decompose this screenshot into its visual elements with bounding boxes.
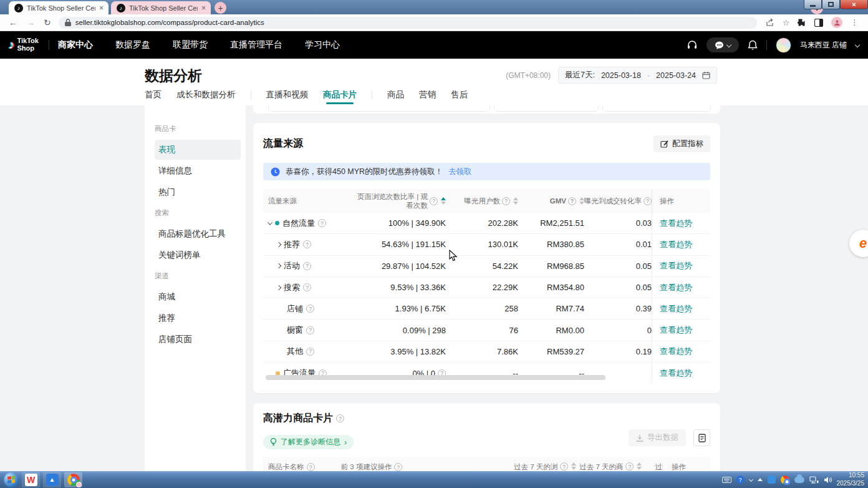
side-panel-icon[interactable]: [814, 19, 823, 27]
forward-icon[interactable]: →: [26, 17, 35, 27]
col-top3-actions: 前 3 项建议操作?: [341, 462, 511, 472]
tab-growth-analytics[interactable]: 成长和数据分析: [176, 89, 236, 106]
sidebar-item-details[interactable]: 详细信息: [155, 161, 241, 181]
diagnosis-link[interactable]: 了解更多诊断信息 ›: [263, 435, 354, 449]
back-icon[interactable]: ←: [9, 17, 17, 27]
export-data-button[interactable]: 导出数据: [629, 429, 686, 446]
date-range-picker[interactable]: 最近7天: 2025-03-18 - 2025-03-24: [558, 67, 717, 84]
expand-icon[interactable]: [276, 242, 281, 247]
taskbar-chrome-button[interactable]: [64, 472, 82, 487]
help-icon[interactable]: ?: [736, 476, 745, 484]
notifications-bell-icon[interactable]: [748, 40, 758, 51]
info-icon[interactable]: ?: [306, 305, 314, 313]
taskbar-app-button[interactable]: ▲: [43, 472, 61, 487]
horizontal-scrollbar[interactable]: [266, 375, 605, 380]
reload-icon[interactable]: ↻: [44, 17, 51, 27]
browser-tab-1[interactable]: ♪ TikTok Shop Seller Center | Cr ×: [9, 1, 109, 14]
shop-avatar[interactable]: [776, 37, 791, 53]
show-hidden-icons[interactable]: [758, 478, 763, 481]
table-row-organic: 自然流量? 100% | 349.90K 202.28K RM2,251.51 …: [263, 213, 710, 234]
view-trend-link[interactable]: 查看趋势: [660, 239, 692, 250]
input-keyboard-icon[interactable]: [722, 477, 731, 483]
info-icon[interactable]: ?: [303, 240, 311, 248]
view-trend-link[interactable]: 查看趋势: [660, 260, 692, 271]
tab-products[interactable]: 商品: [387, 89, 404, 106]
extensions-puzzle-icon[interactable]: [798, 18, 806, 27]
sidebar-item-title-optimizer[interactable]: 商品标题优化工具: [155, 224, 241, 244]
browser-menu-icon[interactable]: ⋮: [851, 18, 858, 27]
tray-chrome-icon[interactable]: [781, 476, 789, 484]
info-icon[interactable]: ?: [560, 462, 568, 471]
info-icon[interactable]: ?: [502, 197, 510, 205]
tray-chevron-icon[interactable]: [748, 477, 753, 482]
nav-data-compass[interactable]: 数据罗盘: [115, 39, 150, 51]
info-icon[interactable]: ?: [307, 463, 315, 471]
view-trend-link[interactable]: 查看趋势: [660, 346, 692, 357]
info-icon[interactable]: ?: [336, 414, 344, 422]
nav-learning-center[interactable]: 学习中心: [305, 39, 340, 51]
tab-product-card[interactable]: 商品卡片: [323, 89, 357, 106]
share-icon[interactable]: [766, 18, 774, 27]
configure-metrics-button[interactable]: 配置指标: [653, 135, 710, 152]
info-icon[interactable]: ?: [394, 463, 402, 471]
claim-coupon-link[interactable]: 去领取: [448, 167, 472, 177]
info-icon[interactable]: ?: [306, 348, 314, 356]
info-icon[interactable]: ?: [625, 462, 634, 471]
col-ratio[interactable]: 页面浏览次数比率 | 观看次数 ?: [347, 192, 446, 210]
nav-seller-center[interactable]: 商家中心: [58, 39, 93, 51]
sidebar-item-keyword-ranking[interactable]: 关键词榜单: [155, 245, 241, 265]
close-window-button[interactable]: ×: [840, 0, 868, 9]
nav-live-manager[interactable]: 直播管理平台: [230, 39, 282, 51]
browser-tab-2[interactable]: ♪ TikTok Shop Seller Center | Cr ×: [111, 1, 211, 14]
sidebar-item-trending[interactable]: 热门: [155, 182, 241, 202]
expand-icon[interactable]: [276, 285, 281, 290]
info-icon[interactable]: ?: [644, 197, 652, 205]
view-trend-link[interactable]: 查看趋势: [660, 303, 692, 315]
info-icon[interactable]: ?: [318, 219, 326, 227]
profile-avatar[interactable]: [831, 17, 842, 28]
view-trend-link[interactable]: 查看趋势: [660, 368, 692, 379]
close-tab-icon[interactable]: ×: [99, 4, 104, 12]
cloud-icon[interactable]: [794, 477, 804, 483]
messages-button[interactable]: [706, 37, 739, 52]
close-tab-icon[interactable]: ×: [201, 4, 206, 12]
address-bar[interactable]: seller.tiktokglobalshop.com/compass/prod…: [59, 17, 757, 29]
collapse-icon[interactable]: [268, 220, 272, 225]
info-icon[interactable]: ?: [303, 262, 311, 270]
view-trend-link[interactable]: 查看趋势: [660, 325, 692, 336]
sidebar-item-recommend[interactable]: 推荐: [155, 308, 241, 328]
tab-after-sales[interactable]: 售后: [451, 89, 468, 106]
info-icon[interactable]: ?: [430, 197, 438, 205]
minimize-button[interactable]: [804, 0, 822, 9]
tab-marketing[interactable]: 营销: [419, 89, 436, 106]
taskbar-clock[interactable]: 10:55 2025/3/25: [837, 472, 865, 487]
maximize-button[interactable]: [822, 0, 840, 9]
view-trend-link[interactable]: 查看趋势: [660, 282, 692, 293]
tray-app-icon[interactable]: [768, 476, 776, 484]
nav-affiliate[interactable]: 联盟带货: [173, 39, 208, 51]
new-tab-button[interactable]: +: [215, 2, 226, 14]
speaker-icon[interactable]: [824, 476, 832, 484]
table-row-search: 搜索? 9.53% | 33.36K 22.29K RM354.80 0.05 …: [263, 277, 710, 298]
sidebar-item-performance[interactable]: 表现: [155, 140, 241, 160]
report-list-button[interactable]: [693, 429, 710, 446]
info-icon[interactable]: ?: [303, 283, 311, 291]
support-headset-icon[interactable]: [687, 39, 698, 51]
sidebar-item-mall[interactable]: 商城: [155, 287, 241, 307]
tab-live-video[interactable]: 直播和视频: [266, 89, 309, 106]
taskbar-wps-button[interactable]: W: [22, 472, 40, 487]
info-icon[interactable]: ?: [306, 326, 314, 334]
tab-home[interactable]: 首页: [145, 89, 162, 106]
col-gmv[interactable]: GMV ?: [518, 197, 584, 205]
expand-icon[interactable]: [276, 263, 281, 268]
network-icon[interactable]: [809, 476, 819, 484]
bookmark-star-icon[interactable]: ☆: [783, 18, 790, 27]
col-conversion[interactable]: 曝光到成交转化率 ?: [584, 197, 652, 206]
timezone-label: (GMT+08:00): [506, 71, 551, 80]
view-trend-link[interactable]: 查看趋势: [660, 218, 692, 229]
info-icon[interactable]: ?: [568, 197, 576, 205]
start-button[interactable]: [4, 472, 19, 487]
col-users[interactable]: 曝光用户数 ?: [446, 197, 518, 206]
chevron-down-icon[interactable]: [855, 42, 860, 47]
sidebar-item-shop-page[interactable]: 店铺页面: [155, 329, 241, 349]
